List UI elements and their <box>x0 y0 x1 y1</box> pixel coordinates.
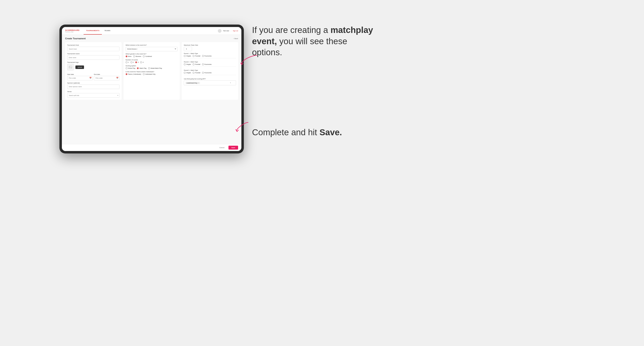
round3-singles-radio[interactable] <box>184 72 186 74</box>
round1-fourball-radio[interactable] <box>192 55 194 57</box>
rounds-2-radio[interactable] <box>130 61 132 63</box>
end-date-input[interactable] <box>94 76 119 80</box>
teams-individuals-option[interactable]: Individuals Only <box>143 73 155 75</box>
right-column: Maximum Team Size Round 1 - Match Type S… <box>182 42 238 100</box>
nav-tabs: TOURNAMENTS TEAMS <box>84 27 113 35</box>
round2-foursomes-radio[interactable] <box>202 63 204 65</box>
gender-womens-option[interactable]: Womens <box>133 55 142 57</box>
round3-radio-group: Singles Fourball Foursomes <box>184 72 236 74</box>
gender-combined-option[interactable]: Combined <box>143 55 152 57</box>
rounds-radio-group: 1 2 3 4 <box>126 61 178 63</box>
logo-area: SCOREBOARD Powered by clippit <box>65 29 80 32</box>
dates-group: Start date 📅 End date 📅 <box>67 72 120 80</box>
venue-group: Venue ▾ <box>67 91 120 98</box>
scoring-match-radio[interactable] <box>137 67 139 69</box>
scoring-medal-label: Medal Match Play <box>150 67 162 69</box>
round1-foursomes-radio[interactable] <box>202 55 204 57</box>
gender-mens-label: Mens <box>128 56 132 57</box>
gender-mens-radio[interactable] <box>126 55 128 57</box>
round3-fourball-label: Fourball <box>195 72 200 73</box>
form-footer: Cancel Save <box>62 144 241 151</box>
middle-column: Which division is the event for? NCAA Di… <box>124 42 180 100</box>
round2-match-label: Round 2 - Match Type <box>184 61 236 63</box>
back-chevron-icon: ‹ <box>234 38 234 39</box>
rounds-label: Number of rounds <box>126 59 178 61</box>
gender-label: Which gender is the event for? <box>126 53 178 55</box>
round2-fourball-label: Fourball <box>195 64 200 65</box>
avatar <box>218 29 222 33</box>
logo-upload-area: Upload <box>67 64 120 70</box>
max-team-input[interactable] <box>184 47 192 51</box>
round3-singles-option[interactable]: Singles <box>184 72 191 74</box>
logo-sub: Powered by clippit <box>65 31 80 32</box>
round1-foursomes-option[interactable]: Foursomes <box>202 55 212 57</box>
nav-bar: SCOREBOARD Powered by clippit TOURNAMENT… <box>62 27 241 35</box>
calendar-icon-2: 📅 <box>116 77 118 79</box>
round1-singles-label: Singles <box>186 55 191 57</box>
teams-individuals-radio[interactable] <box>143 73 145 75</box>
round1-fourball-option[interactable]: Fourball <box>192 55 200 57</box>
sign-out-link[interactable]: Sign out <box>233 30 238 31</box>
rounds-3-radio[interactable] <box>135 61 137 63</box>
logo-placeholder <box>67 64 74 70</box>
scoring-medal-radio[interactable] <box>148 67 150 69</box>
sponsor-input[interactable] <box>67 85 120 89</box>
tag-close-icon[interactable]: × <box>198 82 199 84</box>
gender-womens-radio[interactable] <box>133 55 135 57</box>
rounds-4-option[interactable]: 4 <box>140 61 144 63</box>
teams-teams-option[interactable]: Teams (+Individuals) <box>126 73 141 75</box>
round1-foursomes-label: Foursomes <box>204 55 212 57</box>
rounds-3-option[interactable]: 3 <box>135 61 138 63</box>
rounds-1-radio[interactable] <box>126 61 128 63</box>
tournament-logo-group: Tournament logo Upload <box>67 61 120 70</box>
round2-foursomes-option[interactable]: Foursomes <box>202 63 212 65</box>
scoring-stroke-label: Stroke Play <box>128 67 136 69</box>
venue-input[interactable] <box>67 93 120 98</box>
tab-tournaments[interactable]: TOURNAMENTS <box>84 27 102 35</box>
save-button[interactable]: Save <box>228 146 238 150</box>
calendar-icon: 📅 <box>89 77 92 79</box>
scoring-match-label: Match Play <box>139 67 146 69</box>
teams-teams-radio[interactable] <box>126 73 128 75</box>
round2-fourball-radio[interactable] <box>192 63 194 65</box>
division-select[interactable]: NCAA Division I NCAA Division II NCAA Di… <box>126 47 178 51</box>
nav-right: Test User | Sign out <box>218 29 238 33</box>
round1-singles-option[interactable]: Singles <box>184 55 191 57</box>
scoring-stroke-radio[interactable] <box>126 67 128 69</box>
gender-mens-option[interactable]: Mens <box>126 55 132 57</box>
save-arrow <box>234 121 252 133</box>
rounds-2-option[interactable]: 2 <box>130 61 134 63</box>
round2-singles-option[interactable]: Singles <box>184 63 191 65</box>
upload-button[interactable]: Upload <box>76 65 84 69</box>
end-date-group: End date 📅 <box>94 72 119 80</box>
division-group: Which division is the event for? NCAA Di… <box>126 44 178 51</box>
tournament-name-input[interactable] <box>67 55 120 60</box>
scoring-medal-option[interactable]: Medal Match Play <box>148 67 162 69</box>
save-annotation-text: Complete and hit Save. <box>252 127 342 138</box>
nav-divider: | <box>231 30 231 31</box>
third-party-select[interactable]: Leaderboard King × ▾ <box>184 80 236 85</box>
scoring-stroke-option[interactable]: Stroke Play <box>126 67 136 69</box>
back-button[interactable]: ‹ Back <box>234 38 238 39</box>
rounds-1-option[interactable]: 1 <box>126 61 129 63</box>
tab-teams[interactable]: TEAMS <box>102 27 113 35</box>
tournament-host-group: Tournament Host <box>67 44 120 51</box>
sponsor-label: Sponsor (optional) <box>67 82 120 84</box>
page-content: Create Tournament ‹ Back Tournament Host… <box>62 35 241 144</box>
cancel-button[interactable]: Cancel <box>217 146 227 150</box>
round3-fourball-radio[interactable] <box>192 72 194 74</box>
gender-womens-label: Womens <box>136 56 142 57</box>
scoring-match-option[interactable]: Match Play <box>137 67 146 69</box>
round3-foursomes-option[interactable]: Foursomes <box>202 72 212 74</box>
start-date-input[interactable] <box>67 76 92 80</box>
round2-fourball-option[interactable]: Fourball <box>192 63 200 65</box>
gender-combined-radio[interactable] <box>143 55 145 57</box>
venue-wrapper: ▾ <box>67 93 120 98</box>
round3-fourball-option[interactable]: Fourball <box>192 72 200 74</box>
round1-singles-radio[interactable] <box>184 55 186 57</box>
round3-foursomes-radio[interactable] <box>202 72 204 74</box>
tournament-host-input[interactable] <box>67 47 120 51</box>
gender-group: Which gender is the event for? Mens Wome… <box>126 53 178 57</box>
rounds-4-radio[interactable] <box>140 61 142 63</box>
round2-singles-radio[interactable] <box>184 63 186 65</box>
